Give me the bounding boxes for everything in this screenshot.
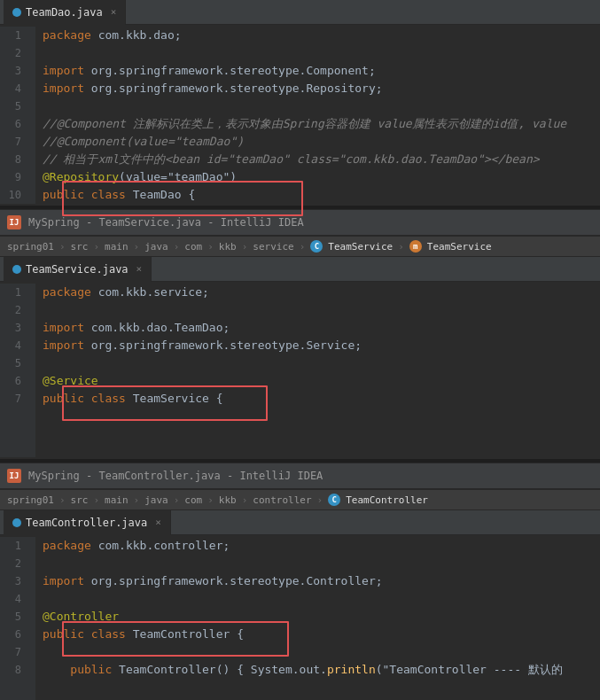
code-lines-2: package com.kkb.service; import com.kkb.… xyxy=(35,284,600,457)
line-3-9 xyxy=(43,679,600,696)
c-icon-3 xyxy=(12,518,21,527)
class-icon-2: C xyxy=(310,240,323,253)
tab-bar-1: TeamDao.java × xyxy=(0,0,600,25)
line-3-3: import org.springframework.stereotype.Co… xyxy=(43,572,600,590)
code-area-2: 1 2 3 4 5 6 7 package com.kkb.service; i… xyxy=(0,282,600,459)
panel-1: TeamDao.java × 1 2 3 4 5 6 7 8 9 10 pack… xyxy=(0,0,600,206)
code-panel-3: 1 2 3 4 5 6 7 8 11 package com.kkb.contr… xyxy=(0,535,600,700)
line-3-8: public TeamController() { System.out.pri… xyxy=(43,661,600,679)
line-3-5: @Controller xyxy=(43,608,600,626)
intellij-icon: IJ xyxy=(7,215,21,229)
line-1-2 xyxy=(43,44,600,62)
line-2-4: import org.springframework.stereotype.Se… xyxy=(43,337,600,354)
breadcrumb-appname-3: MySpring - TeamController.java - Intelli… xyxy=(28,470,323,482)
line-2-2 xyxy=(43,301,600,319)
close-icon-2[interactable]: × xyxy=(136,263,143,275)
title-bar-2: IJ MySpring - TeamService.java - Intelli… xyxy=(0,209,600,236)
line-2-6: @Service xyxy=(43,372,600,390)
line-2-5 xyxy=(43,354,600,372)
line-3-1: package com.kkb.controller; xyxy=(43,537,600,555)
line-1-6: //@Component 注解标识在类上，表示对象由Spring容器创建 val… xyxy=(43,115,600,133)
method-icon-2: m xyxy=(409,240,422,253)
line-2-7: public class TeamService { xyxy=(43,390,600,408)
code-area-1: 1 2 3 4 5 6 7 8 9 10 package com.kkb.dao… xyxy=(0,25,600,206)
panel-2: IJ MySpring - TeamService.java - Intelli… xyxy=(0,209,600,459)
line-3-6: public class TeamController { xyxy=(43,626,600,643)
breadcrumb-bar-2: spring01 › src › main › java › com › kkb… xyxy=(0,236,600,257)
panel-3: IJ MySpring - TeamController.java - Inte… xyxy=(0,463,600,700)
code-lines-1: package com.kkb.dao; import org.springfr… xyxy=(35,27,600,204)
intellij-icon-3: IJ xyxy=(7,469,21,483)
code-panel-2: 1 2 3 4 5 6 7 package com.kkb.service; i… xyxy=(0,282,600,459)
c-icon xyxy=(12,8,21,17)
line-1-9: @Repository(value="teamDao") xyxy=(43,168,600,186)
close-icon[interactable]: × xyxy=(111,6,117,18)
class-icon-3: C xyxy=(328,494,340,506)
line-1-7: //@Component(value="teamDao") xyxy=(43,133,600,151)
breadcrumb-bar-3: spring01 › src › main › java › com › kkb… xyxy=(0,489,600,510)
tab-bar-3: TeamController.java × xyxy=(0,510,600,535)
line-1-5 xyxy=(43,97,600,115)
tab-bar-2: TeamService.java × xyxy=(0,257,600,282)
line-1-4: import org.springframework.stereotype.Re… xyxy=(43,80,600,97)
line-1-1: package com.kkb.dao; xyxy=(43,27,600,44)
code-panel-1: 1 2 3 4 5 6 7 8 9 10 package com.kkb.dao… xyxy=(0,25,600,206)
close-icon-3[interactable]: × xyxy=(155,517,161,528)
line-numbers-2: 1 2 3 4 5 6 7 xyxy=(0,284,35,457)
code-area-3: 1 2 3 4 5 6 7 8 11 package com.kkb.contr… xyxy=(0,535,600,700)
tab-teamservice[interactable]: TeamService.java × xyxy=(4,257,152,282)
breadcrumb-appname: MySpring - TeamService.java - IntelliJ I… xyxy=(28,216,304,229)
line-3-7 xyxy=(43,643,600,661)
line-2-1: package com.kkb.service; xyxy=(43,284,600,301)
line-3-4 xyxy=(43,590,600,608)
line-1-10: public class TeamDao { xyxy=(43,186,600,204)
line-2-3: import com.kkb.dao.TeamDao; xyxy=(43,319,600,337)
c-icon-2 xyxy=(12,265,21,274)
line-numbers-1: 1 2 3 4 5 6 7 8 9 10 xyxy=(0,27,35,204)
title-bar-3: IJ MySpring - TeamController.java - Inte… xyxy=(0,463,600,489)
line-1-3: import org.springframework.stereotype.Co… xyxy=(43,62,600,80)
code-lines-3: package com.kkb.controller; import org.s… xyxy=(35,537,600,700)
line-3-2 xyxy=(43,555,600,572)
tab-label: TeamDao.java xyxy=(26,6,103,19)
tab-label-2: TeamService.java xyxy=(26,263,129,276)
line-3-10 xyxy=(43,696,600,700)
tab-teamdao[interactable]: TeamDao.java × xyxy=(4,0,126,25)
line-numbers-3: 1 2 3 4 5 6 7 8 11 xyxy=(0,537,35,700)
tab-label-3: TeamController.java xyxy=(26,517,147,529)
line-1-8: // 相当于xml文件中的<bean id="teamDao" class="c… xyxy=(43,151,600,168)
tab-teamcontroller[interactable]: TeamController.java × xyxy=(4,510,171,535)
